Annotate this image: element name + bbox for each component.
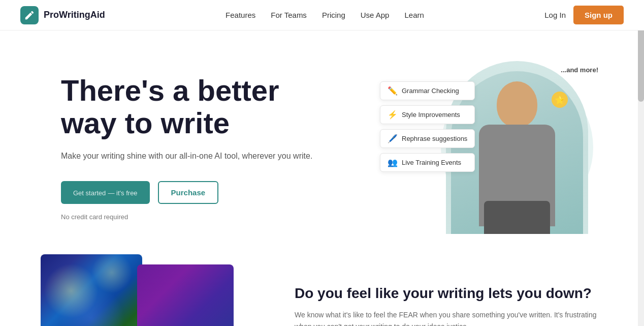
image-collage: My idea in my head [41, 254, 254, 326]
get-started-button[interactable]: Get started — it's free [61, 181, 150, 204]
signup-button[interactable]: Sign up [573, 6, 624, 24]
training-icon: 👥 [388, 158, 398, 167]
nav-for-teams[interactable]: For Teams [271, 11, 307, 19]
purchase-button[interactable]: Purchase [158, 181, 219, 204]
person-head [497, 81, 537, 127]
purple-swirl-image: My idea in my head [137, 264, 234, 326]
hero-title: There's a better way to write [61, 74, 312, 139]
person-laptop [484, 201, 550, 234]
logo-icon [20, 6, 39, 24]
and-more-text: ...and more! [561, 66, 598, 74]
hero-section: There's a better way to write Make your … [0, 31, 644, 254]
rephrase-label: Rephrase suggestions [402, 135, 467, 142]
navbar: ProWritingAid Features For Teams Pricing… [0, 0, 644, 31]
feature-pill-grammar: ✏️ Grammar Checking [380, 81, 475, 100]
hero-buttons: Get started — it's free Purchase [61, 181, 312, 204]
login-button[interactable]: Log In [544, 11, 566, 19]
second-section-title: Do you feel like your writing lets you d… [295, 285, 603, 302]
grammar-icon: ✏️ [388, 86, 398, 96]
get-started-label: Get started [73, 189, 106, 197]
training-label: Live Training Events [402, 159, 461, 166]
second-content: Do you feel like your writing lets you d… [295, 254, 603, 326]
feature-pill-training: 👥 Live Training Events [380, 153, 475, 172]
hero-subtitle: Make your writing shine with our all-in-… [61, 150, 312, 163]
no-credit-text: No credit card required [61, 213, 312, 221]
feature-pill-style: ⚡ Style Improvements [380, 105, 475, 124]
second-section-text: We know what it's like to feel the FEAR … [295, 309, 603, 326]
hero-content: There's a better way to write Make your … [61, 74, 312, 220]
style-label: Style Improvements [402, 111, 460, 118]
logo[interactable]: ProWritingAid [20, 6, 105, 24]
second-images: My idea in my head [41, 254, 254, 326]
hero-illustration: ...and more! ⭐ ✏️ Grammar Checking ⚡ Sty… [380, 61, 603, 234]
nav-pricing[interactable]: Pricing [322, 11, 345, 19]
scrollbar-track[interactable] [638, 0, 644, 326]
nav-learn[interactable]: Learn [404, 11, 424, 19]
nav-links: Features For Teams Pricing Use App Learn [226, 11, 424, 19]
feature-pills-list: ✏️ Grammar Checking ⚡ Style Improvements… [380, 81, 475, 172]
logo-text: ProWritingAid [44, 10, 105, 20]
star-badge-icon: ⭐ [552, 92, 568, 108]
rephrase-icon: 🖊️ [388, 134, 398, 143]
logo-svg [24, 10, 35, 21]
grammar-label: Grammar Checking [402, 87, 459, 95]
nav-use-app[interactable]: Use App [361, 11, 390, 19]
person-torso [479, 125, 555, 226]
starry-night-image [41, 254, 142, 326]
feature-pill-rephrase: 🖊️ Rephrase suggestions [380, 129, 475, 148]
style-icon: ⚡ [388, 110, 398, 120]
nav-features[interactable]: Features [226, 11, 255, 19]
second-section: My idea in my head Do you feel like your… [0, 254, 644, 326]
nav-right: Log In Sign up [544, 6, 624, 24]
get-started-suffix: — it's free [108, 189, 137, 197]
